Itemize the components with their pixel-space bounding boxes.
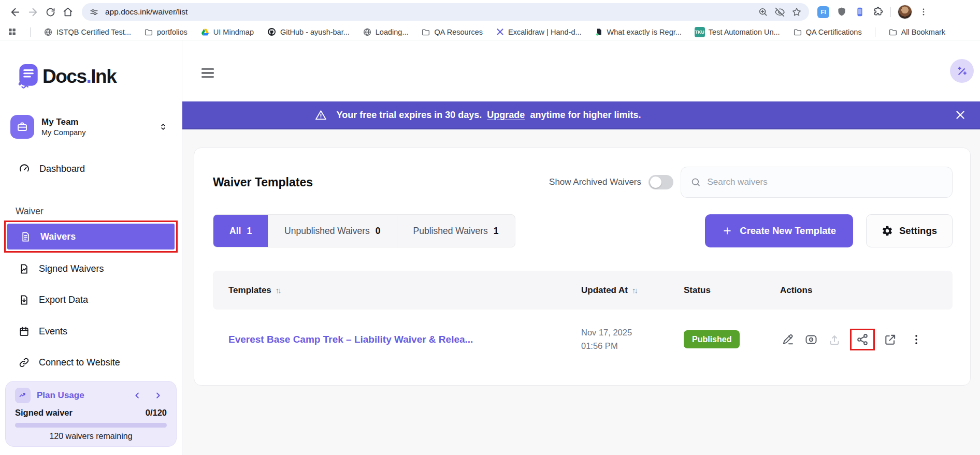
globe-icon [44, 27, 53, 37]
brand-name: Docs.Ink [42, 66, 116, 87]
folder-icon [421, 27, 430, 37]
bookmark-ui-mindmap[interactable]: UI Mindmap [200, 27, 254, 37]
archived-toggle[interactable] [648, 175, 673, 189]
bookmark-all-bookmarks[interactable]: All Bookmark [888, 27, 945, 37]
sidebar-item-label: Signed Waivers [39, 263, 104, 274]
browser-menu-icon[interactable] [919, 7, 928, 17]
bookmarks-divider [30, 27, 31, 37]
column-updated-at[interactable]: Updated At ↑↓ [581, 285, 684, 296]
file-text-icon [20, 231, 32, 243]
zoom-in-icon[interactable] [758, 7, 768, 17]
template-name-link[interactable]: Everest Base Camp Trek – Liability Waive… [213, 334, 581, 345]
bookmark-github[interactable]: GitHub - ayush-bar... [267, 27, 350, 37]
banner-suffix: anytime for higher limits. [530, 110, 641, 121]
chevron-right-icon[interactable] [153, 391, 163, 400]
upload-icon[interactable] [827, 332, 842, 347]
sidebar-item-signed-waivers[interactable]: Signed Waivers [11, 257, 170, 281]
create-new-template-button[interactable]: Create New Template [705, 214, 853, 247]
plan-usage-title: Plan Usage [37, 390, 84, 401]
bookmark-istqb[interactable]: ISTQB Certified Test... [44, 27, 131, 37]
banner-close-icon[interactable] [954, 109, 967, 121]
column-templates[interactable]: Templates ↑↓ [213, 285, 581, 296]
tab-label: Published Waivers [413, 226, 488, 237]
chevron-updown-icon[interactable] [158, 122, 168, 132]
plus-icon [722, 226, 732, 236]
team-name: My Team [41, 117, 85, 127]
file-download-icon [18, 294, 30, 306]
templates-table: Templates ↑↓ Updated At ↑↓ Status Action… [213, 271, 953, 369]
sidebar-item-dashboard[interactable]: Dashboard [11, 157, 170, 181]
brand-logo[interactable]: Docs.Ink [16, 63, 116, 90]
excalidraw-icon [496, 27, 505, 36]
browser-back-button[interactable] [6, 3, 24, 21]
site-controls-icon[interactable] [89, 7, 99, 17]
sidebar-item-connect-to-website[interactable]: Connect to Website [11, 350, 170, 374]
plan-metric-row: Signed waiver 0/120 [15, 408, 167, 418]
sort-icon[interactable]: ↑↓ [632, 286, 637, 295]
sidebar-item-events[interactable]: Events [11, 319, 170, 343]
trial-banner: Your free trial expires in 30 days. Upgr… [182, 101, 980, 129]
app-root: Docs.Ink My Team My Company Dashboard Wa… [0, 40, 980, 455]
upgrade-link[interactable]: Upgrade [487, 110, 525, 121]
bookmark-regression[interactable]: What exactly is Regr... [595, 27, 682, 36]
chevron-left-icon[interactable] [133, 391, 142, 400]
profile-avatar[interactable] [898, 5, 912, 19]
tab-unpublished-waivers[interactable]: Unpublished Waivers 0 [268, 215, 397, 247]
bookmark-excalidraw[interactable]: Excalidraw | Hand-d... [496, 27, 582, 36]
tab-label: All [229, 226, 241, 237]
updated-date: Nov 17, 2025 [581, 326, 684, 340]
share-icon[interactable] [855, 332, 870, 347]
fi-extension-icon[interactable]: FI [817, 6, 829, 18]
main-topbar [182, 40, 980, 101]
browser-forward-button[interactable] [24, 3, 41, 21]
bookmark-test-automation[interactable]: TKU Test Automation Un... [695, 27, 780, 37]
eye-off-icon[interactable] [774, 7, 785, 18]
sort-icon[interactable]: ↑↓ [276, 286, 280, 295]
sidebar: Docs.Ink My Team My Company Dashboard Wa… [0, 40, 182, 455]
url-text[interactable]: app.docs.ink/waiver/list [105, 7, 752, 17]
trial-banner-message: Your free trial expires in 30 days. Upgr… [314, 109, 641, 122]
extensions-area: FI [817, 5, 928, 19]
content-area: Waiver Templates Show Archived Waivers A… [182, 129, 980, 455]
tab-all[interactable]: All 1 [213, 215, 268, 247]
puzzle-extensions-icon[interactable] [872, 6, 884, 18]
hamburger-menu-icon[interactable] [201, 67, 214, 79]
preview-eye-icon[interactable] [803, 332, 819, 347]
more-options-kebab-icon[interactable] [909, 332, 924, 347]
create-button-label: Create New Template [740, 225, 836, 237]
browser-refresh-button[interactable] [41, 3, 59, 21]
settings-button[interactable]: Settings [866, 214, 953, 247]
browser-home-button[interactable] [59, 3, 77, 21]
bookmark-label: ISTQB Certified Test... [56, 28, 131, 36]
table-header: Templates ↑↓ Updated At ↑↓ Status Action… [213, 271, 953, 310]
table-row: Everest Base Camp Trek – Liability Waive… [213, 310, 953, 369]
team-switcher[interactable]: My Team My Company [10, 113, 168, 140]
column-status: Status [684, 285, 780, 296]
bookmark-portfolios[interactable]: portfolios [144, 27, 188, 37]
toggle-knob [650, 177, 661, 188]
bookmark-star-icon[interactable] [791, 7, 802, 17]
bookmark-loading[interactable]: Loading... [363, 27, 409, 37]
bookmark-qa-resources[interactable]: QA Resources [421, 27, 483, 37]
dark-page-icon [595, 27, 603, 36]
toolbar-divider [890, 7, 891, 17]
magic-wand-button[interactable] [950, 59, 974, 83]
bookmark-label: GitHub - ayush-bar... [280, 28, 350, 36]
shield-extension-icon[interactable] [836, 6, 847, 18]
sidebar-item-waivers[interactable]: Waivers [7, 224, 175, 249]
sidebar-item-export-data[interactable]: Export Data [11, 288, 170, 312]
sidebar-item-label: Dashboard [39, 164, 85, 174]
search-input[interactable] [708, 177, 943, 187]
apps-grid-icon[interactable] [7, 27, 17, 37]
phone-extension-icon[interactable] [854, 6, 866, 18]
external-link-icon[interactable] [883, 332, 898, 347]
bookmark-qa-certifications[interactable]: QA Certifications [793, 27, 862, 37]
edit-pencil-icon[interactable] [780, 332, 796, 347]
bookmark-label: Loading... [376, 28, 409, 36]
bookmark-label: portfolios [157, 28, 188, 36]
tab-published-waivers[interactable]: Published Waivers 1 [397, 215, 515, 247]
main-area: Your free trial expires in 30 days. Upgr… [182, 40, 980, 455]
plan-usage-header: Plan Usage [15, 388, 167, 403]
waiver-tabs: All 1 Unpublished Waivers 0 Published Wa… [213, 214, 515, 247]
address-bar[interactable]: app.docs.ink/waiver/list [82, 3, 809, 21]
